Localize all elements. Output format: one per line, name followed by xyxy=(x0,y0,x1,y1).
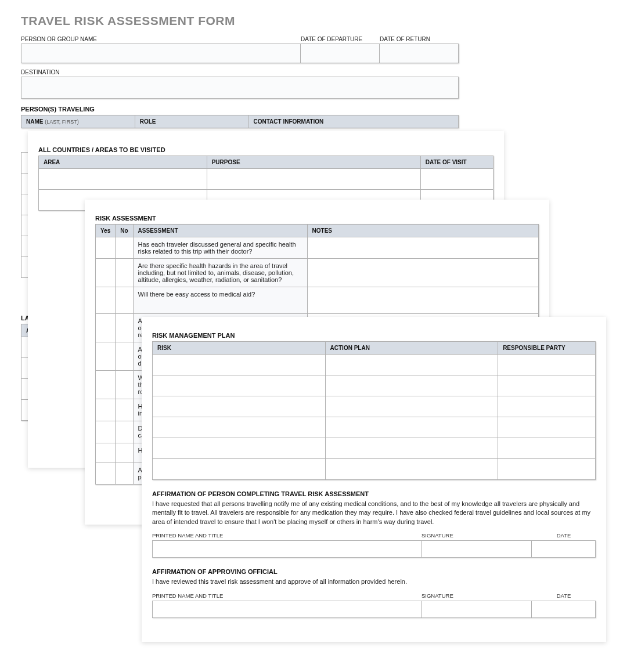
affirm1-name-input[interactable] xyxy=(152,540,422,558)
yes-cell[interactable] xyxy=(96,443,116,463)
no-cell[interactable] xyxy=(116,443,133,463)
assessment-question: Are there specific health hazards in the… xyxy=(133,259,307,287)
affirm2-text: I have reviewed this travel risk assessm… xyxy=(152,577,596,586)
table-row[interactable] xyxy=(153,438,326,459)
input-person-group[interactable] xyxy=(21,44,301,63)
assessment-no-header: No xyxy=(116,225,133,237)
affirm2-signature-label: SIGNATURE xyxy=(422,592,532,599)
assessment-notes-header: NOTES xyxy=(307,225,538,237)
no-cell[interactable] xyxy=(116,287,133,314)
no-cell[interactable] xyxy=(116,342,133,371)
heading-affirm1: AFFIRMATION OF PERSON COMPLETING TRAVEL … xyxy=(152,490,596,497)
affirm2-name-label: PRINTED NAME AND TITLE xyxy=(152,592,422,599)
label-return: DATE OF RETURN xyxy=(380,36,459,42)
input-return[interactable] xyxy=(380,44,459,63)
yes-cell[interactable] xyxy=(96,463,116,485)
countries-date-header: DATE OF VISIT xyxy=(420,156,493,169)
assessment-yes-header: Yes xyxy=(96,225,116,237)
table-row[interactable] xyxy=(39,169,207,190)
label-departure: DATE OF DEPARTURE xyxy=(301,36,380,42)
no-cell[interactable] xyxy=(116,237,133,259)
table-row[interactable] xyxy=(153,355,326,375)
form-title: TRAVEL RISK ASSESSMENT FORM xyxy=(21,14,459,28)
persons-name-header: NAME (LAST, FIRST) xyxy=(21,115,135,128)
notes-cell[interactable] xyxy=(307,237,538,259)
heading-persons: PERSON(S) TRAVELING xyxy=(21,106,459,113)
persons-table: NAME (LAST, FIRST) ROLE CONTACT INFORMAT… xyxy=(21,115,459,128)
persons-role-header: ROLE xyxy=(135,115,248,128)
affirm1-date-label: DATE xyxy=(532,532,596,539)
label-person-group: PERSON OR GROUP NAME xyxy=(21,36,301,42)
affirm1-signature-label: SIGNATURE xyxy=(422,532,532,539)
table-row[interactable] xyxy=(153,417,326,438)
affirm1-date-input[interactable] xyxy=(532,540,596,558)
heading-affirm2: AFFIRMATION OF APPROVING OFFICIAL xyxy=(152,568,596,575)
plan-action-header: ACTION PLAN xyxy=(325,342,498,355)
page-4: RISK MANAGEMENT PLAN RISK ACTION PLAN RE… xyxy=(142,317,606,642)
yes-cell[interactable] xyxy=(96,421,116,443)
yes-cell[interactable] xyxy=(96,371,116,399)
yes-cell[interactable] xyxy=(96,342,116,371)
affirm2-date-input[interactable] xyxy=(532,601,596,618)
plan-table: RISK ACTION PLAN RESPONSIBLE PARTY xyxy=(152,341,596,480)
affirm2-date-label: DATE xyxy=(532,592,596,599)
notes-cell[interactable] xyxy=(307,259,538,287)
no-cell[interactable] xyxy=(116,314,133,342)
notes-cell[interactable] xyxy=(307,287,538,314)
countries-purpose-header: PURPOSE xyxy=(207,156,420,169)
no-cell[interactable] xyxy=(116,399,133,421)
countries-area-header: AREA xyxy=(39,156,207,169)
affirm1-signature-input[interactable] xyxy=(422,540,532,558)
no-cell[interactable] xyxy=(116,421,133,443)
plan-risk-header: RISK xyxy=(153,342,326,355)
input-departure[interactable] xyxy=(301,44,380,63)
heading-assessment: RISK ASSESSMENT xyxy=(95,215,539,222)
yes-cell[interactable] xyxy=(96,259,116,287)
assessment-question: Will there be easy access to medical aid… xyxy=(133,287,307,314)
affirm1-text: I have requested that all persons travel… xyxy=(152,500,596,526)
assessment-question: Has each traveler discussed general and … xyxy=(133,237,307,259)
heading-countries: ALL COUNTRIES / AREAS TO BE VISITED xyxy=(38,146,493,153)
yes-cell[interactable] xyxy=(96,237,116,259)
table-row[interactable] xyxy=(153,459,326,480)
assessment-assessment-header: ASSESSMENT xyxy=(133,225,307,237)
no-cell[interactable] xyxy=(116,259,133,287)
plan-party-header: RESPONSIBLE PARTY xyxy=(498,342,596,355)
no-cell[interactable] xyxy=(116,371,133,399)
affirm2-signature-input[interactable] xyxy=(422,601,532,618)
heading-plan: RISK MANAGEMENT PLAN xyxy=(152,332,596,339)
table-row[interactable] xyxy=(153,396,326,417)
yes-cell[interactable] xyxy=(96,287,116,314)
no-cell[interactable] xyxy=(116,463,133,485)
input-destination[interactable] xyxy=(21,77,459,99)
persons-contact-header: CONTACT INFORMATION xyxy=(248,115,458,128)
affirm1-name-label: PRINTED NAME AND TITLE xyxy=(152,532,422,539)
label-destination: DESTINATION xyxy=(21,69,459,75)
yes-cell[interactable] xyxy=(96,314,116,342)
yes-cell[interactable] xyxy=(96,399,116,421)
table-row[interactable] xyxy=(153,375,326,396)
affirm2-name-input[interactable] xyxy=(152,601,422,618)
